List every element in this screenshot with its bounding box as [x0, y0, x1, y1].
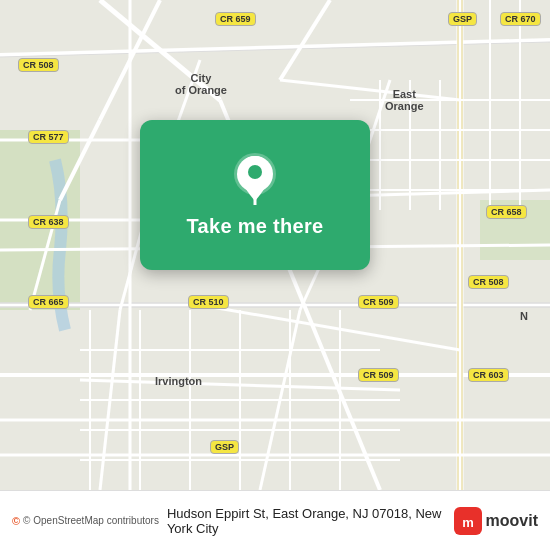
- road-badge-cr659: CR 659: [215, 12, 256, 26]
- svg-point-56: [248, 165, 262, 179]
- road-badge-cr658: CR 658: [486, 205, 527, 219]
- road-badge-cr665: CR 665: [28, 295, 69, 309]
- map-view: CR 659 CR 508 GSP CR 670 CR 577 CR 638 C…: [0, 0, 550, 490]
- road-badge-cr510: CR 510: [188, 295, 229, 309]
- take-me-there-button[interactable]: Take me there: [140, 120, 370, 270]
- address-text: Hudson Eppirt St, East Orange, NJ 07018,…: [159, 506, 454, 536]
- moovit-icon: m: [454, 507, 482, 535]
- road-badge-cr509-mid: CR 509: [358, 295, 399, 309]
- road-badge-cr577: CR 577: [28, 130, 69, 144]
- road-badge-cr603: CR 603: [468, 368, 509, 382]
- bottom-bar: © © OpenStreetMap contributors Hudson Ep…: [0, 490, 550, 550]
- attribution: © © OpenStreetMap contributors: [12, 515, 159, 527]
- road-badge-cr508-mid: CR 508: [468, 275, 509, 289]
- road-badge-gsp-top: GSP: [448, 12, 477, 26]
- road-badge-cr638: CR 638: [28, 215, 69, 229]
- moovit-text: moovit: [486, 512, 538, 530]
- svg-text:m: m: [462, 515, 474, 530]
- road-badge-cr508-tl: CR 508: [18, 58, 59, 72]
- attribution-text: © OpenStreetMap contributors: [23, 515, 159, 526]
- road-badge-cr670: CR 670: [500, 12, 541, 26]
- road-badge-gsp-bot: GSP: [210, 440, 239, 454]
- location-pin-icon: [234, 153, 276, 205]
- moovit-logo: m moovit: [454, 507, 538, 535]
- osm-logo: ©: [12, 515, 20, 527]
- road-badge-cr509-low: CR 509: [358, 368, 399, 382]
- take-me-label: Take me there: [187, 215, 324, 238]
